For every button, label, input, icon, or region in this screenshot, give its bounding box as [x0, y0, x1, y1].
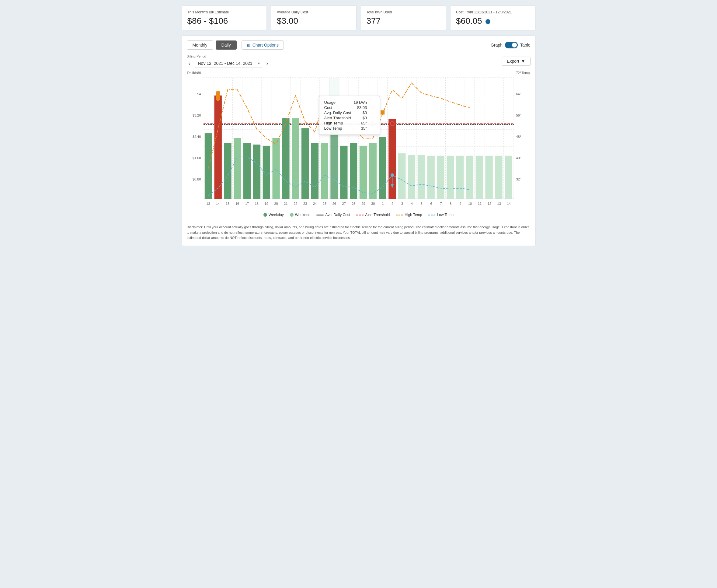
x-axis-label: 11	[475, 202, 484, 206]
avg-daily-cost-label: Average Daily Cost	[277, 10, 351, 14]
high-temp-marker	[381, 110, 385, 114]
y-axis-right-label: 32°	[516, 177, 521, 181]
toggle-slider	[505, 42, 518, 48]
graph-label: Graph	[491, 43, 502, 47]
total-kwh-value: 377	[367, 16, 440, 26]
graph-table-toggle[interactable]	[505, 42, 518, 48]
bar-4	[408, 155, 415, 199]
x-axis-label: 16	[233, 202, 242, 206]
total-kwh-card: Total kWh Used 377	[361, 5, 446, 30]
bar-8	[447, 156, 454, 199]
y-axis-right-label: 56°	[516, 113, 521, 117]
bar-23	[301, 128, 308, 199]
chart-icon: ▩	[247, 43, 251, 47]
bar-9	[456, 156, 463, 199]
y-axis-left-label: $3.20	[193, 113, 201, 117]
legend-alert: Alert Threshold	[356, 213, 390, 217]
x-axis-label: 8	[446, 202, 455, 206]
prev-period-button[interactable]: ‹	[187, 60, 192, 67]
bar-29	[359, 146, 367, 199]
x-axis-label: 13	[494, 202, 504, 206]
total-kwh-label: Total kWh Used	[367, 10, 440, 14]
legend-high-temp-line	[396, 214, 403, 215]
bar-22	[292, 118, 299, 199]
chart-legend: Weekday Weekend Avg. Daily Cost Alert Th…	[187, 213, 530, 217]
tooltip-highlight	[328, 78, 340, 199]
billing-row: Billing Period ‹ Nov 12, 2021 - Dec 14, …	[187, 55, 530, 68]
x-axis-label: 13	[203, 202, 213, 206]
cost-from-card: Cost From 11/12/2021 - 12/3/2021 $60.05 …	[450, 5, 536, 30]
y-axis-left-label: $4.80	[193, 71, 201, 75]
billing-period-select: ‹ Nov 12, 2021 - Dec 14, 2021 ›	[187, 59, 270, 68]
bar-20	[272, 138, 280, 199]
x-axis-label: 27	[339, 202, 349, 206]
y-axis-right-label: 72°	[516, 71, 521, 75]
y-axis-left-label: $1.60	[193, 156, 201, 160]
x-axis-label: 23	[300, 202, 310, 206]
x-axis-label: 21	[281, 202, 291, 206]
bill-estimate-value: $86 - $106	[188, 16, 261, 26]
legend-weekend-dot	[290, 213, 294, 217]
bar-13b	[495, 156, 502, 199]
period-dropdown[interactable]: Nov 12, 2021 - Dec 14, 2021	[195, 59, 262, 68]
x-axis-label: 20	[271, 202, 281, 206]
x-axis-label: 6	[427, 202, 436, 206]
x-axis-label: 29	[358, 202, 368, 206]
monthly-button[interactable]: Monthly	[187, 41, 213, 49]
daily-button[interactable]: Daily	[216, 41, 237, 49]
info-icon[interactable]: i	[485, 19, 491, 24]
bar-13	[204, 133, 212, 199]
toggle-right: Graph Table	[491, 42, 530, 48]
next-period-button[interactable]: ›	[265, 60, 270, 67]
bar-28	[349, 143, 357, 199]
y-axis-right-label: 48°	[516, 135, 521, 139]
x-axis-label: 9	[455, 202, 465, 206]
bar-17	[243, 143, 251, 199]
legend-weekend: Weekend	[290, 213, 310, 217]
x-axis-label: 25	[320, 202, 329, 206]
cost-from-label: Cost From 11/12/2021 - 12/3/2021	[456, 10, 530, 14]
bar-14b	[505, 156, 512, 199]
y-axis-left-label: $0.80	[193, 177, 201, 181]
legend-alert-label: Alert Threshold	[365, 213, 390, 217]
legend-low-temp-line	[428, 214, 435, 215]
toggle-row: Monthly Daily ▩ Chart Options Graph Tabl…	[187, 41, 530, 49]
bar-7	[437, 156, 444, 199]
bar-1	[379, 137, 386, 199]
x-axis-label: 28	[349, 202, 358, 206]
stat-cards: This Month's Bill Estimate $86 - $106 Av…	[181, 5, 536, 30]
legend-alert-line	[356, 214, 364, 215]
cost-from-value: $60.05 i	[456, 16, 530, 26]
bill-estimate-label: This Month's Bill Estimate	[188, 10, 261, 14]
legend-weekend-label: Weekend	[295, 213, 310, 217]
chart-options-button[interactable]: ▩ Chart Options	[241, 41, 284, 49]
billing-period-label: Billing Period	[187, 55, 270, 58]
high-temp-icon-14-bulb	[216, 97, 220, 101]
x-axis-label: 18	[252, 202, 262, 206]
toggle-left: Monthly Daily ▩ Chart Options	[187, 41, 284, 49]
x-axis-label: 14	[504, 202, 514, 206]
bar-10	[466, 156, 473, 199]
bar-6	[427, 156, 434, 199]
main-panel: Monthly Daily ▩ Chart Options Graph Tabl…	[181, 35, 536, 246]
avg-daily-cost-card: Average Daily Cost $3.00	[271, 5, 356, 30]
chart-svg	[203, 78, 514, 199]
x-axis-label: 2	[388, 202, 397, 206]
bar-14	[214, 96, 221, 199]
bar-11	[476, 156, 483, 199]
table-label: Table	[520, 43, 530, 47]
bar-27	[340, 146, 347, 199]
bar-21	[282, 118, 289, 199]
x-axis-label: 26	[329, 202, 339, 206]
x-axis-label: 15	[223, 202, 233, 206]
x-axis: 1314151617181920212223242526272829301234…	[203, 200, 514, 211]
y-axis-left-label: $2.40	[193, 135, 201, 139]
x-axis-label: 17	[242, 202, 252, 206]
y-axis-right: 72°64°56°48°40°32°	[514, 71, 530, 199]
legend-high-temp-label: High Temp	[405, 213, 422, 217]
bar-30	[369, 143, 376, 199]
export-button[interactable]: Export ▼	[502, 57, 530, 66]
y-axis-left: $4.80$4$3.20$2.40$1.60$0.80	[187, 71, 203, 199]
chart-area: Dollars Temp $4.80$4$3.20$2.40$1.60$0.80…	[187, 71, 530, 211]
legend-weekday-label: Weekday	[268, 213, 284, 217]
